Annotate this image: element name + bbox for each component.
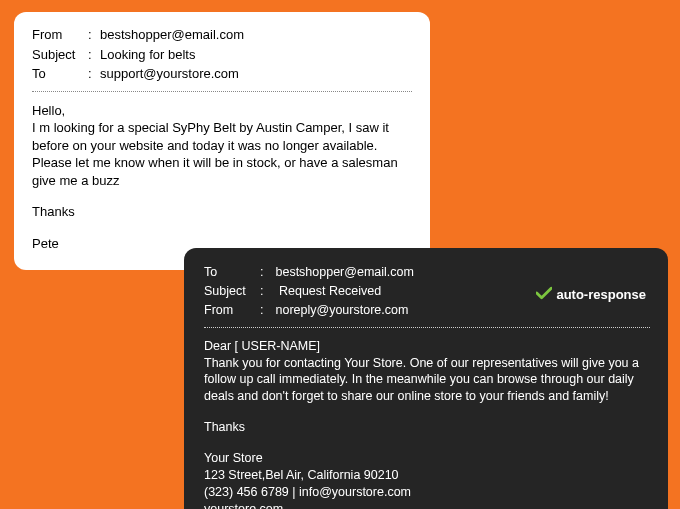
from-value: bestshopper@email.com	[100, 26, 244, 44]
greeting: Hello,	[32, 102, 412, 120]
to-label: To	[204, 264, 260, 281]
auto-response-badge: auto-response	[536, 286, 646, 303]
to-label: To	[32, 65, 88, 83]
incoming-email-card: From : bestshopper@email.com Subject : L…	[14, 12, 430, 270]
thanks: Thanks	[204, 419, 650, 436]
thanks: Thanks	[32, 203, 412, 221]
from-value: noreply@yourstore.com	[275, 303, 408, 317]
subject-row: Subject : Looking for belts	[32, 46, 412, 64]
sep: :	[88, 26, 100, 44]
store-name: Your Store	[204, 450, 650, 467]
response-header: To : bestshopper@email.com Subject : Req…	[204, 264, 650, 319]
response-body: Dear [ USER-NAME] Thank you for contacti…	[204, 338, 650, 509]
to-row: To : bestshopper@email.com	[204, 264, 650, 281]
from-row: From : noreply@yourstore.com	[204, 302, 650, 319]
sep: :	[88, 65, 100, 83]
from-label: From	[32, 26, 88, 44]
to-value: bestshopper@email.com	[275, 265, 413, 279]
greeting: Dear [ USER-NAME]	[204, 338, 650, 355]
subject-value: Looking for belts	[100, 46, 195, 64]
sep: :	[260, 302, 272, 319]
store-address: 123 Street,Bel Air, California 90210	[204, 467, 650, 484]
to-value: support@yourstore.com	[100, 65, 239, 83]
store-site: yourstore.com	[204, 501, 650, 509]
auto-response-label: auto-response	[556, 287, 646, 302]
to-row: To : support@yourstore.com	[32, 65, 412, 83]
divider	[32, 91, 412, 92]
body-text: Thank you for contacting Your Store. One…	[204, 355, 650, 406]
sep: :	[260, 283, 272, 300]
body-text: I m looking for a special SyPhy Belt by …	[32, 119, 412, 189]
divider	[204, 327, 650, 328]
from-label: From	[204, 302, 260, 319]
sep: :	[88, 46, 100, 64]
store-contact: (323) 456 6789 | info@yourstore.com	[204, 484, 650, 501]
subject-label: Subject	[32, 46, 88, 64]
from-row: From : bestshopper@email.com	[32, 26, 412, 44]
subject-label: Subject	[204, 283, 260, 300]
check-icon	[536, 286, 552, 303]
email-body: Hello, I m looking for a special SyPhy B…	[32, 102, 412, 253]
auto-response-card: To : bestshopper@email.com Subject : Req…	[184, 248, 668, 509]
subject-value: Request Received	[279, 284, 381, 298]
sep: :	[260, 264, 272, 281]
